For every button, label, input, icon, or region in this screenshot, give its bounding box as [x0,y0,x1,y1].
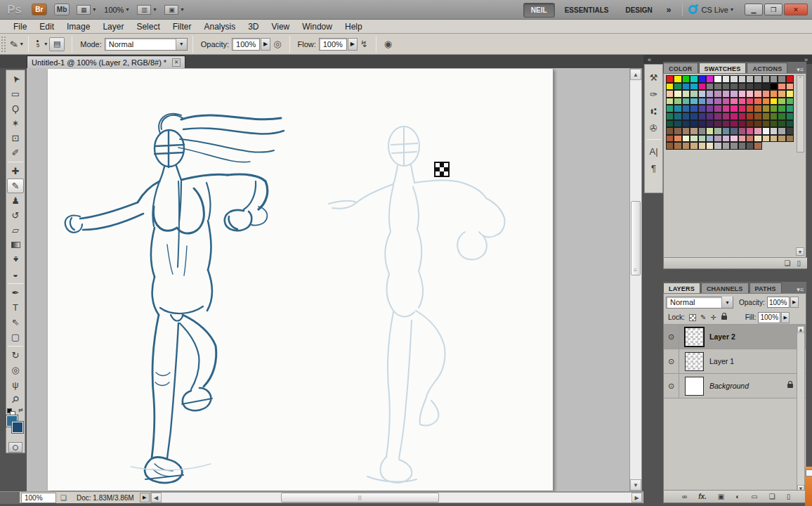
layer-opacity-input[interactable]: 100% [767,297,790,308]
default-colors-icon[interactable] [7,408,12,413]
color-swatch-74[interactable] [746,105,754,112]
color-swatch-1[interactable] [674,75,681,83]
brush-panel-icon[interactable]: ✇ [646,119,662,136]
color-swatch-114[interactable] [682,127,690,135]
arrange-documents-button[interactable]: ▥ ▾ [137,5,156,15]
status-zoom-input[interactable]: 100% [21,493,56,503]
color-swatch-108[interactable] [762,120,770,128]
color-swatch-3[interactable] [690,75,698,83]
mini-bridge-button[interactable]: Mb [54,4,70,15]
layer-style-icon[interactable]: fx. [698,493,707,500]
color-swatch-61[interactable] [770,98,778,105]
color-swatch-107[interactable] [754,120,761,128]
lock-all-icon[interactable] [721,316,727,320]
tablet-pressure-size-icon[interactable]: ◉ [384,39,392,49]
swatches-scrollbar[interactable]: ⌃ [797,75,804,153]
color-swatch-35[interactable] [690,90,698,98]
color-swatch-7[interactable] [722,75,730,83]
color-swatch-123[interactable] [754,127,761,135]
color-swatch-150[interactable] [714,142,721,150]
color-swatch-29[interactable] [770,83,778,91]
color-swatch-52[interactable] [698,98,706,105]
bridge-button[interactable]: Br [32,4,47,15]
menu-item-view[interactable]: View [265,20,296,33]
color-swatch-78[interactable] [778,105,785,112]
brush-presets-icon[interactable]: ✑ [646,86,662,103]
swatches-tab-color[interactable]: COLOR [663,63,698,73]
color-swatch-85[interactable] [706,112,714,120]
color-swatch-39[interactable] [722,90,730,98]
color-swatch-56[interactable] [730,98,738,105]
color-swatch-53[interactable] [706,98,714,105]
color-swatch-16[interactable] [666,83,674,91]
quick-mask-button[interactable] [8,442,22,453]
color-swatch-18[interactable] [682,83,690,91]
tool-presets-icon[interactable]: ⚒ [646,69,662,86]
color-swatch-80[interactable] [666,112,674,120]
3d-camera-rotate-tool[interactable]: ◎ [7,363,24,377]
vertical-scrollbar[interactable]: ▲ ▼ [629,68,642,491]
color-swatch-10[interactable] [746,75,754,83]
color-swatch-24[interactable] [730,83,738,91]
link-layers-icon[interactable]: ∞ [682,493,687,500]
color-swatch-5[interactable] [706,75,714,83]
layer-row-layer-2[interactable]: ⊙Layer 2 [664,325,806,349]
workspace-button-essentials[interactable]: ESSENTIALS [558,4,616,17]
layer-row-background[interactable]: ⊙Background [664,374,806,398]
color-swatch-132[interactable] [698,135,706,143]
background-color-swatch[interactable] [12,422,23,433]
color-swatch-4[interactable] [698,75,706,83]
color-swatch-86[interactable] [714,112,721,120]
color-swatch-13[interactable] [770,75,778,83]
color-swatch-17[interactable] [674,83,681,91]
color-swatch-100[interactable] [698,120,706,128]
3d-object-rotate-tool[interactable]: ↻ [7,348,24,363]
delete-swatch-icon[interactable]: ▯ [797,259,801,267]
color-swatch-57[interactable] [738,98,746,105]
color-swatch-0[interactable] [666,75,674,83]
color-swatch-140[interactable] [762,135,770,143]
color-swatch-148[interactable] [698,142,706,150]
eraser-tool[interactable]: ▱ [7,223,24,238]
color-swatch-37[interactable] [706,90,714,98]
dodge-tool[interactable]: ◒ [7,267,24,282]
close-button[interactable]: ✕ [784,4,808,15]
color-swatch-118[interactable] [714,127,721,135]
color-swatch-127[interactable] [786,127,794,135]
brush-preset-picker[interactable]: 5 ▾ [34,40,47,48]
collapse-dock-icon[interactable]: « [648,56,651,63]
color-swatch-95[interactable] [786,112,794,120]
color-swatch-98[interactable] [682,120,690,128]
layers-tab-channels[interactable]: CHANNELS [701,283,749,293]
hand-tool[interactable]: ψ [7,377,24,392]
brush-tool[interactable]: ✎ [7,179,24,193]
color-swatch-38[interactable] [714,90,721,98]
color-swatch-45[interactable] [770,90,778,98]
history-brush-tool[interactable]: ↺ [7,208,24,223]
color-swatch-147[interactable] [690,142,698,150]
color-swatch-119[interactable] [722,127,730,135]
color-swatch-120[interactable] [730,127,738,135]
color-swatch-42[interactable] [746,90,754,98]
color-swatch-117[interactable] [706,127,714,135]
color-swatch-19[interactable] [690,83,698,91]
scroll-left-icon[interactable]: ◀ [151,493,162,502]
color-swatch-14[interactable] [778,75,785,83]
menu-item-analysis[interactable]: Analysis [197,20,242,33]
layer-visibility-eye-icon[interactable]: ⊙ [664,374,679,398]
new-layer-icon[interactable]: ❏ [769,493,775,500]
adjustment-layer-icon[interactable]: ◐ [735,493,740,500]
color-swatch-28[interactable] [762,83,770,91]
color-swatch-21[interactable] [706,83,714,91]
color-swatch-139[interactable] [754,135,761,143]
color-swatch-47[interactable] [786,90,794,98]
color-swatch-66[interactable] [682,105,690,112]
layers-tab-paths[interactable]: PATHS [749,283,782,293]
view-extras-button[interactable]: ▦ ▾ [77,5,96,15]
canvas[interactable] [48,69,554,491]
color-swatch-12[interactable] [762,75,770,83]
minimize-button[interactable]: ▁ [745,4,763,15]
layer-visibility-eye-icon[interactable]: ⊙ [664,325,679,349]
vertical-scroll-thumb[interactable] [631,201,641,275]
color-swatch-49[interactable] [674,98,681,105]
